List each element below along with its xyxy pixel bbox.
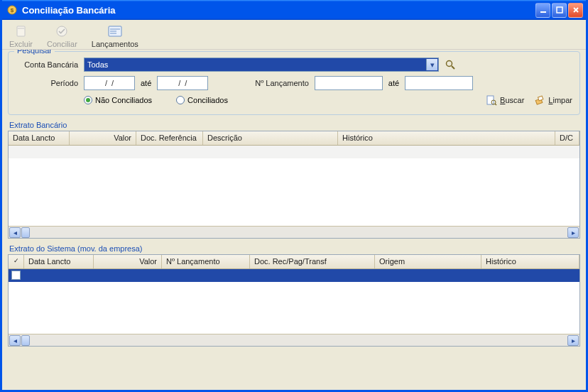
col2-nlanc[interactable]: Nº Lançamento xyxy=(162,255,250,268)
grid2-body[interactable] xyxy=(9,269,579,334)
col2-origem[interactable]: Origem xyxy=(375,255,481,268)
col2-valor[interactable]: Valor xyxy=(94,255,162,268)
grid2-header: ✓ Data Lancto Valor Nº Lançamento Doc. R… xyxy=(9,255,579,269)
svg-rect-6 xyxy=(17,26,25,36)
scroll-right-icon[interactable]: ▸ xyxy=(567,335,579,346)
svg-text:$: $ xyxy=(11,7,14,13)
conta-select[interactable]: Todas ▾ xyxy=(84,58,439,72)
eraser-icon xyxy=(534,94,545,106)
svg-point-13 xyxy=(447,61,452,67)
scroll-thumb[interactable] xyxy=(21,227,30,238)
search-group-label: Pesquisar xyxy=(14,50,55,55)
limpar-button[interactable]: Limpar xyxy=(534,94,572,106)
scroll-left-icon[interactable]: ◂ xyxy=(9,227,21,238)
search-group: Pesquisar Conta Bancária Todas ▾ Período… xyxy=(8,51,580,115)
table-row[interactable] xyxy=(9,269,579,282)
col-dc[interactable]: D/C xyxy=(555,131,579,145)
row-checkbox[interactable] xyxy=(11,271,21,280)
minimize-button[interactable] xyxy=(535,3,550,18)
periodo-from[interactable] xyxy=(84,76,135,90)
col-check[interactable]: ✓ xyxy=(9,255,24,268)
conta-label: Conta Bancária xyxy=(16,60,78,69)
grid1-header: Data Lancto Valor Doc. Referência Descri… xyxy=(9,131,579,146)
col-historico[interactable]: Histórico xyxy=(338,131,555,145)
scroll-left-icon[interactable]: ◂ xyxy=(9,335,21,346)
chevron-down-icon: ▾ xyxy=(426,59,437,70)
svg-line-14 xyxy=(452,66,454,69)
toolbar-conciliar[interactable]: Conciliar xyxy=(47,24,77,48)
nlanc-label: Nº Lançamento xyxy=(255,79,309,87)
radio-nao-conciliados[interactable]: Não Conciliados xyxy=(84,96,152,104)
limpar-label: impar xyxy=(552,96,572,104)
buscar-button[interactable]: Buscar xyxy=(486,94,524,106)
radio-conciliados[interactable]: Conciliados xyxy=(176,96,228,104)
conta-value: Todas xyxy=(87,60,108,69)
close-button[interactable] xyxy=(568,3,583,18)
toolbar-excluir[interactable]: Excluir xyxy=(9,24,33,48)
ate-label-2: até xyxy=(388,79,399,87)
col2-data-lancto[interactable]: Data Lancto xyxy=(24,255,94,268)
form-icon xyxy=(108,24,122,38)
scroll-right-icon[interactable]: ▸ xyxy=(567,227,579,238)
ate-label-1: até xyxy=(141,79,151,87)
col2-doc[interactable]: Doc. Rec/Pag/Transf xyxy=(250,255,375,268)
delete-icon xyxy=(14,24,28,38)
maximize-button[interactable] xyxy=(552,3,567,18)
grid1-title: Extrato Bancário xyxy=(9,121,580,129)
app-window: $ Conciliação Bancária Excluir Conciliar… xyxy=(0,0,588,392)
search-icon[interactable] xyxy=(445,59,456,70)
grid1-body[interactable] xyxy=(9,146,579,226)
col-valor[interactable]: Valor xyxy=(70,131,136,145)
periodo-label: Período xyxy=(16,79,78,87)
toolbar: Excluir Conciliar Lançamentos xyxy=(2,20,586,50)
col-descricao[interactable]: Descrição xyxy=(203,131,338,145)
scroll-thumb[interactable] xyxy=(21,335,30,346)
radio-nao-label: Não Conciliados xyxy=(95,96,152,104)
grid-extrato-bancario: Data Lancto Valor Doc. Referência Descri… xyxy=(8,131,580,239)
periodo-to[interactable] xyxy=(157,76,208,90)
grid2-scrollbar[interactable]: ◂ ▸ xyxy=(9,334,579,346)
svg-rect-2 xyxy=(540,11,546,13)
search-doc-icon xyxy=(486,94,497,106)
check-circle-icon xyxy=(55,24,69,38)
window-title: Conciliação Bancária xyxy=(22,5,535,16)
col2-historico[interactable]: Histórico xyxy=(481,255,579,268)
nlanc-from[interactable] xyxy=(315,76,383,90)
svg-rect-3 xyxy=(557,7,562,13)
toolbar-excluir-label: Excluir xyxy=(9,40,33,48)
grid-extrato-sistema: ✓ Data Lancto Valor Nº Lançamento Doc. R… xyxy=(8,254,580,347)
radio-sim-label: Conciliados xyxy=(187,96,228,104)
grid2-title: Extrato do Sistema (mov. da empresa) xyxy=(9,244,580,253)
window-buttons xyxy=(535,3,583,18)
col-doc-ref[interactable]: Doc. Referência xyxy=(136,131,203,145)
app-icon: $ xyxy=(6,4,18,16)
toolbar-lancamentos-label: Lançamentos xyxy=(92,40,138,48)
grid1-scrollbar[interactable]: ◂ ▸ xyxy=(9,226,579,238)
toolbar-conciliar-label: Conciliar xyxy=(47,40,77,48)
svg-rect-19 xyxy=(538,96,543,101)
titlebar: $ Conciliação Bancária xyxy=(2,0,586,20)
nlanc-to[interactable] xyxy=(405,76,473,90)
svg-line-17 xyxy=(495,104,496,105)
buscar-label: uscar xyxy=(505,96,524,104)
col-data-lancto[interactable]: Data Lancto xyxy=(9,131,70,145)
toolbar-lancamentos[interactable]: Lançamentos xyxy=(92,24,138,48)
